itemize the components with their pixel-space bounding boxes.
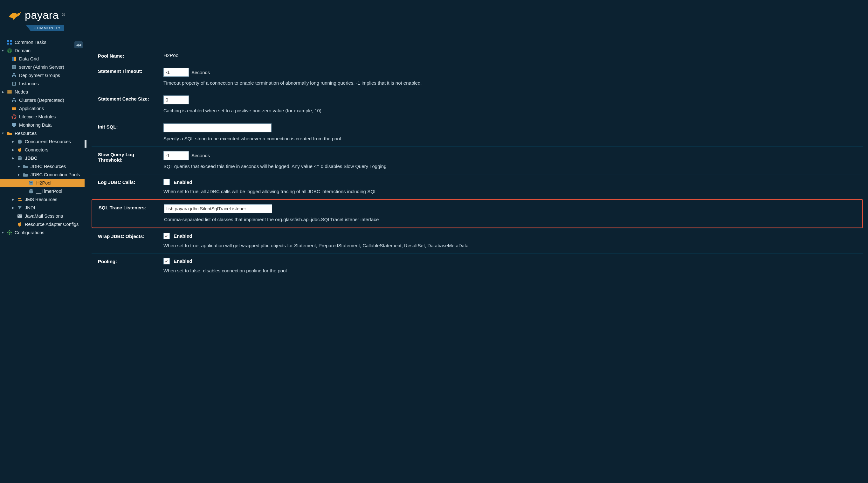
sidebar-item-label: Data Grid (19, 56, 83, 61)
checkbox-log-jdbc[interactable] (163, 179, 170, 185)
sidebar-item-jndi[interactable]: ▶JNDI (0, 204, 85, 212)
sidebar-item-label: Clusters (Deprecated) (19, 98, 83, 103)
apps-icon (11, 106, 17, 111)
desc-pooling: When set to false, disables connection p… (163, 267, 857, 274)
tree-toggle-icon[interactable]: ▶ (1, 90, 4, 93)
input-statement-timeout[interactable] (163, 68, 189, 77)
globe-icon (7, 48, 12, 53)
sidebar-item-concurrent-resources[interactable]: ▶Concurrent Resources (0, 138, 85, 146)
svg-point-0 (16, 13, 18, 15)
sidebar-item-monitoring-data[interactable]: ▶Monitoring Data (0, 121, 85, 129)
tree-toggle-icon[interactable]: ▶ (17, 165, 20, 168)
sidebar-item-connectors[interactable]: ▶Connectors (0, 146, 85, 154)
plug-icon (17, 222, 22, 227)
sidebar-item-jdbc-resources[interactable]: ▶JDBC Resources (0, 162, 85, 171)
input-slow-query[interactable] (163, 151, 189, 160)
label-log-jdbc: Log JDBC Calls: (98, 179, 157, 185)
lifecycle-icon (11, 114, 17, 119)
nav-sidebar: ◀◀ ▶Common Tasks▼Domain▶Data Grid▶server… (0, 38, 85, 483)
splitter-handle[interactable] (85, 140, 87, 148)
sidebar-item-domain[interactable]: ▼Domain (0, 47, 85, 55)
sidebar-item-label: Applications (19, 106, 83, 111)
sidebar-item-jms-resources[interactable]: ▶JMS Resources (0, 195, 85, 204)
sidebar-item-label: Deployment Groups (19, 73, 83, 78)
sidebar-item-jdbc-connection-pools[interactable]: ▶JDBC Connection Pools (0, 171, 85, 179)
checkbox-pooling[interactable]: ✓ (163, 258, 170, 264)
svg-rect-4 (10, 42, 12, 45)
tree-toggle-icon[interactable]: ▶ (11, 198, 14, 201)
tree-toggle-icon[interactable]: ▼ (1, 49, 4, 52)
svg-rect-2 (10, 40, 12, 42)
sidebar-item-label: Configurations (14, 230, 83, 235)
highlight-sql-trace: SQL Trace Listeners: Comma-separated lis… (92, 199, 863, 228)
sidebar-item-server-admin-server[interactable]: ▶server (Admin Server) (0, 63, 85, 71)
tree-toggle-icon[interactable]: ▶ (11, 157, 14, 160)
svg-rect-20 (7, 92, 12, 93)
sidebar-item-javamail-sessions[interactable]: ▶JavaMail Sessions (0, 212, 85, 220)
sidebar-item-jdbc[interactable]: ▶JDBC (0, 154, 85, 162)
db-icon (17, 139, 22, 144)
org-icon (11, 73, 17, 78)
tree-toggle-icon[interactable]: ▶ (11, 148, 14, 151)
label-wrap-jdbc: Wrap JDBC Objects: (98, 233, 157, 239)
sidebar-item-nodes[interactable]: ▶Nodes (0, 88, 85, 96)
svg-rect-3 (7, 42, 9, 45)
label-init-sql: Init SQL: (98, 123, 157, 130)
sidebar-item-label: Connectors (25, 147, 83, 152)
svg-rect-12 (13, 73, 14, 75)
sidebar-item-data-grid[interactable]: ▶Data Grid (0, 55, 85, 63)
sidebar-item-label: JDBC Connection Pools (31, 172, 83, 177)
row-init-sql: Init SQL: Specify a SQL string to be exe… (92, 119, 863, 146)
desc-wrap-jdbc: When set to true, application will get w… (163, 243, 857, 249)
sidebar-item-deployment-groups[interactable]: ▶Deployment Groups (0, 71, 85, 80)
tree-toggle-icon[interactable]: ▼ (1, 132, 4, 135)
filter-icon (17, 205, 22, 210)
input-sql-trace[interactable] (164, 204, 272, 213)
row-pool-name: Pool Name: H2Pool (92, 48, 863, 63)
main-content: Pool Name: H2Pool Statement Timeout: Sec… (85, 38, 868, 483)
checklabel-pooling: Enabled (174, 258, 192, 264)
input-init-sql[interactable] (163, 123, 272, 132)
sidebar-item-lifecycle-modules[interactable]: ▶Lifecycle Modules (0, 113, 85, 121)
edition-badge: COMMUNITY (31, 25, 64, 31)
svg-rect-6 (12, 57, 14, 61)
product-logo[interactable]: payara ® COMMUNITY (7, 7, 65, 31)
svg-point-26 (12, 115, 16, 119)
tree-toggle-icon[interactable]: ▶ (11, 140, 14, 143)
tree-toggle-icon[interactable]: ▼ (1, 231, 4, 234)
sidebar-item-applications[interactable]: ▶Applications (0, 104, 85, 113)
row-wrap-jdbc: Wrap JDBC Objects: ✓ Enabled When set to… (92, 228, 863, 253)
mail-icon (17, 214, 22, 219)
payara-fish-icon (7, 7, 22, 23)
data-grid-icon (11, 56, 17, 61)
sidebar-item-timerpool[interactable]: ▶__TimerPool (0, 187, 85, 195)
sidebar-item-label: Resource Adapter Configs (25, 222, 83, 227)
sidebar-item-label: H2Pool (36, 180, 83, 186)
sidebar-item-h2pool[interactable]: ▶H2Pool (0, 179, 85, 187)
input-statement-cache[interactable] (163, 95, 189, 104)
row-pooling: Pooling: ✓ Enabled When set to false, di… (92, 253, 863, 278)
checkbox-wrap-jdbc[interactable]: ✓ (163, 233, 170, 239)
svg-rect-16 (13, 82, 15, 83)
sidebar-item-common-tasks[interactable]: ▶Common Tasks (0, 38, 85, 47)
label-statement-cache: Statement Cache Size: (98, 95, 157, 102)
svg-line-43 (8, 231, 8, 231)
svg-rect-7 (14, 57, 16, 61)
sidebar-item-resource-adapter-configs[interactable]: ▶Resource Adapter Configs (0, 220, 85, 228)
sidebar-item-configurations[interactable]: ▼Configurations (0, 228, 85, 237)
sidebar-item-instances[interactable]: ▶Instances (0, 80, 85, 88)
collapse-sidebar-button[interactable]: ◀◀ (74, 41, 83, 48)
svg-rect-25 (12, 107, 16, 108)
brand-name: payara (25, 9, 59, 21)
sidebar-item-clusters-deprecated[interactable]: ▶Clusters (Deprecated) (0, 96, 85, 104)
server-icon (11, 81, 17, 86)
row-slow-query: Slow Query Log Threshold: Seconds SQL qu… (92, 146, 863, 174)
tree-toggle-icon[interactable]: ▶ (11, 206, 14, 209)
sidebar-item-label: JDBC (25, 155, 83, 161)
folder2-icon (23, 164, 28, 169)
registered-mark: ® (62, 13, 65, 17)
server-icon (11, 64, 17, 70)
sidebar-item-resources[interactable]: ▼Resources (0, 129, 85, 138)
folder-icon (7, 131, 12, 136)
tree-toggle-icon[interactable]: ▶ (17, 173, 20, 176)
